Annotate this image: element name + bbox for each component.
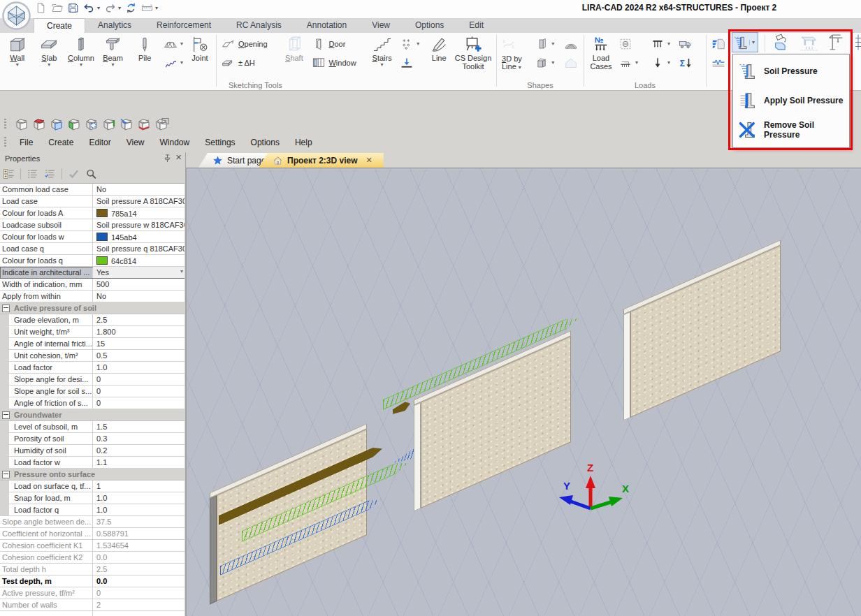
ribbon-tab-options[interactable]: Options (403, 18, 456, 33)
measure-icon[interactable] (141, 2, 153, 14)
property-value[interactable]: 2 (93, 599, 184, 610)
property-row-level-of-subsoil-m[interactable]: Level of subsoil, m1.5 (0, 421, 184, 433)
property-row-number-of-walls[interactable]: Number of walls2 (0, 599, 184, 611)
property-row-apply-from-within[interactable]: Apply from withinNo (0, 291, 184, 302)
property-value[interactable]: 0.5 (93, 350, 184, 361)
property-value[interactable]: 37.5 (93, 516, 184, 527)
property-row-load-on-surface-q-tf-[interactable]: Load on surface q, tf...1 (0, 481, 184, 492)
door-button[interactable]: Door (309, 34, 367, 53)
punching-load-icon[interactable] (799, 33, 820, 52)
property-value[interactable] (93, 611, 184, 616)
property-row-load-factor-q[interactable]: Load factor q1.0 (0, 504, 184, 516)
view-cube-bottom-icon[interactable] (136, 117, 152, 131)
property-value[interactable]: Soil pressure A 818CAF30 (93, 196, 184, 207)
property-value[interactable]: 0.0 (93, 575, 184, 587)
categorized-view-icon[interactable] (3, 168, 15, 179)
tab-project-3d-view[interactable]: Проект 2:3D view ✕ (259, 153, 384, 168)
property-value[interactable]: 0.588791 (93, 528, 184, 539)
toolbar-grip[interactable] (4, 119, 6, 130)
apply-check-icon[interactable] (68, 168, 80, 179)
property-value[interactable]: 0 (93, 374, 184, 385)
collapse-icon[interactable] (2, 411, 10, 419)
wall-button[interactable]: Wall▾ (1, 34, 34, 68)
search-icon[interactable] (85, 168, 97, 179)
opening-button[interactable]: Opening (219, 34, 279, 53)
save-icon[interactable] (67, 2, 79, 14)
property-row-width-of-indication-mm[interactable]: Width of indication, mm500 (0, 279, 184, 291)
property-value[interactable]: No (93, 291, 184, 302)
dropdown-icon[interactable]: ▾ (180, 268, 183, 274)
shaft-button[interactable]: Shaft (279, 34, 309, 62)
property-value[interactable]: 0.0 (93, 552, 184, 563)
soil-pressure-split-button[interactable]: ▾ (732, 32, 758, 52)
property-row-slope-angle-for-soil-s-[interactable]: Slope angle for soil s...0 (0, 386, 184, 397)
property-value[interactable]: 15 (93, 338, 184, 349)
point-load-button[interactable]: ▾ (648, 53, 676, 72)
stairs-button[interactable]: Stairs▾ (367, 34, 397, 68)
property-row-colour-for-loads-q[interactable]: Colour for loads q64c814 (0, 255, 184, 267)
property-value[interactable]: 1.0 (93, 492, 184, 504)
roof-shape-button[interactable] (561, 53, 582, 72)
spring-button[interactable]: ▾ (161, 53, 186, 72)
property-value[interactable]: 0 (93, 386, 184, 397)
grid-tool-icon[interactable] (854, 33, 861, 52)
menu-item-apply-soil-pressure[interactable]: Apply Soil Pressure (733, 86, 849, 115)
solid-shape-button[interactable]: ▾ (532, 53, 560, 72)
app-logo[interactable] (1, 1, 31, 31)
menu-options[interactable]: Options (243, 135, 287, 149)
menu-window[interactable]: Window (152, 135, 198, 149)
slab-button[interactable]: Slab▾ (34, 34, 66, 68)
pile-button[interactable]: Pile (129, 34, 161, 62)
soil-pressure-dropdown-icon[interactable]: ▾ (749, 40, 757, 45)
property-row-colour-for-loads-w[interactable]: Colour for loads w145ab4 (0, 231, 184, 243)
property-row-humidity-of-soil[interactable]: Humidity of soil0.2 (0, 445, 184, 457)
property-row-active-pressure-tf-m-[interactable]: Active pressure, tf/m²0 (0, 587, 184, 599)
property-value[interactable]: 145ab4 (93, 231, 184, 242)
ribbon-tab-annotation[interactable]: Annotation (294, 18, 359, 33)
undo-dropdown-icon[interactable]: ▾ (97, 6, 100, 11)
view-cube-right-icon[interactable] (101, 117, 117, 131)
property-row-loadcase-subsoil[interactable]: Loadcase subsoilSoil pressure w 818CAF30 (0, 219, 184, 231)
ribbon-tab-rc-analysis[interactable]: RC Analysis (224, 18, 294, 33)
property-row-angle-of-friction-of-s-[interactable]: Angle of friction of s...0 (0, 397, 184, 409)
view-cube-multi-icon[interactable] (154, 117, 169, 131)
property-value[interactable]: 785a14 (93, 207, 184, 219)
sync-icon[interactable] (125, 2, 137, 14)
property-row-porosity-of-soil[interactable]: Porosity of soil0.3 (0, 433, 184, 445)
points-button[interactable]: ▾ (397, 34, 426, 53)
menu-file[interactable]: File (12, 135, 41, 149)
property-row-cohesion-coefficient-k1[interactable]: Cohesion coefficient K11.534654 (0, 540, 184, 552)
property-row-coefficient-of-horizontal-[interactable]: Coefficient of horizontal ...0.588791 (0, 528, 184, 540)
drop-to-line-button[interactable] (397, 53, 426, 72)
new-document-icon[interactable] (35, 2, 47, 14)
ribbon-tab-view[interactable]: View (359, 18, 403, 33)
undo-icon[interactable] (83, 2, 95, 14)
property-row-load-factor[interactable]: Load factor1.0 (0, 362, 184, 374)
load-on-group-button[interactable]: ▾ (616, 53, 648, 72)
property-value[interactable]: 0 (93, 397, 184, 409)
customize-toolbar-icon[interactable]: ▾ (155, 6, 158, 11)
tilt-body-icon[interactable] (772, 33, 793, 52)
column-button[interactable]: Column▾ (65, 34, 97, 68)
property-row-load-case-q[interactable]: Load case qSoil pressure q 818CAF30 (0, 243, 184, 255)
crane-load-icon[interactable] (826, 33, 847, 52)
checked-list-view-icon[interactable] (44, 168, 56, 179)
menubar-grip[interactable] (4, 137, 6, 148)
ribbon-tab-edit[interactable]: Edit (456, 18, 496, 33)
view-cube-iso-icon[interactable] (14, 117, 29, 131)
view-cube-front-icon[interactable] (49, 117, 64, 131)
property-value[interactable]: 1.0 (93, 504, 184, 515)
property-group-pressure-onto-surface[interactable]: Pressure onto surface (0, 469, 184, 481)
delta-h-button[interactable]: ± ΔH (219, 53, 279, 72)
curve-by-points-button[interactable]: 11 (499, 34, 532, 53)
property-row-slope-angle-for-desi-[interactable]: Slope angle for desi...0 (0, 374, 184, 386)
dynamic-load-button[interactable] (709, 53, 728, 72)
menu-help[interactable]: Help (287, 135, 320, 149)
load-area-button[interactable] (616, 34, 648, 53)
ribbon-tab-reinforcement[interactable]: Reinforcement (144, 18, 224, 33)
property-value[interactable]: 2.5 (93, 564, 184, 575)
ribbon-tab-analytics[interactable]: Analytics (85, 18, 144, 33)
property-value[interactable]: Soil pressure w 818CAF30 (93, 219, 184, 230)
close-panel-icon[interactable]: ✕ (175, 153, 182, 162)
menu-create[interactable]: Create (41, 135, 81, 149)
